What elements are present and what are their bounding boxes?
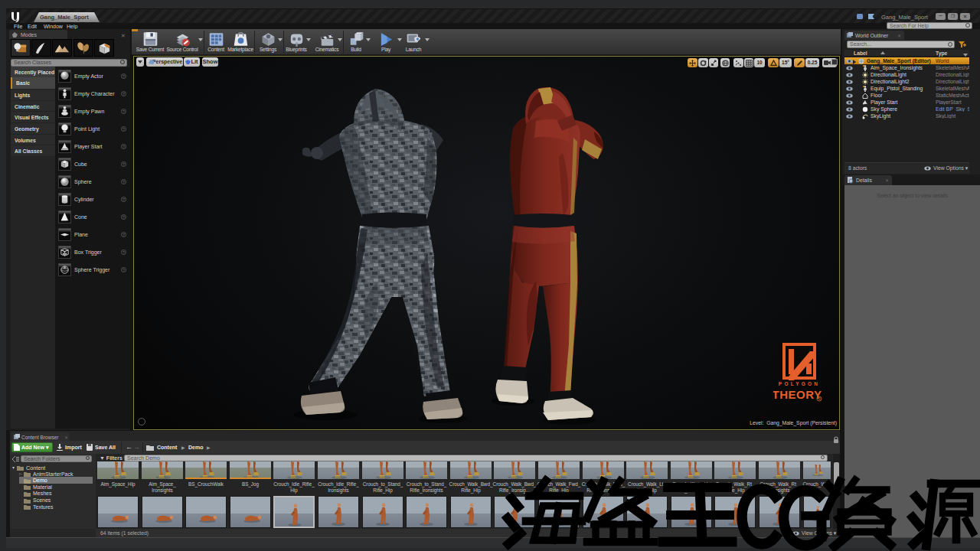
svg-text:POLYGON: POLYGON xyxy=(779,381,820,386)
svg-text:THEORY: THEORY xyxy=(773,388,822,401)
